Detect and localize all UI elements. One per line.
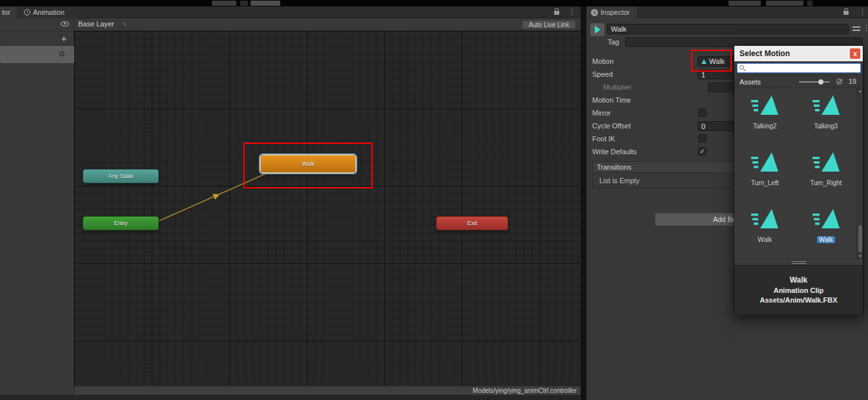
window-bottom-edge <box>0 395 581 400</box>
selected-asset-path: Assets/Anim/Walk.FBX <box>734 296 863 304</box>
mirror-checkbox[interactable] <box>698 108 707 117</box>
kebab-menu-icon[interactable]: ⋮ <box>863 24 868 32</box>
search-icon <box>739 65 744 70</box>
animation-clip-icon <box>812 149 840 175</box>
lock-icon[interactable] <box>554 11 559 15</box>
animator-graph[interactable]: Any State Walk Entry Exit <box>74 31 581 386</box>
motion-label: Motion <box>592 57 614 65</box>
lock-icon[interactable] <box>843 11 849 15</box>
motion-item-label: Turn_Right <box>808 179 843 186</box>
scroll-up-icon[interactable]: ▲ <box>857 89 863 93</box>
kebab-menu-icon[interactable]: ⋮ <box>859 8 866 16</box>
eye-icon[interactable] <box>61 21 69 26</box>
animation-clip-icon <box>812 206 840 232</box>
selected-asset-type: Animation Clip <box>734 286 863 294</box>
breadcrumb[interactable]: Base Layer <box>78 20 114 28</box>
popup-titlebar[interactable]: Select Motion x <box>734 46 863 61</box>
node-exit[interactable]: Exit <box>436 216 508 230</box>
transition-entry-to-walk[interactable] <box>154 171 272 223</box>
popup-resize-handle[interactable] <box>734 259 863 265</box>
window-tab-stub[interactable] <box>766 1 803 6</box>
sidebar-eye-row <box>0 18 74 31</box>
motion-item-walk[interactable]: Walk <box>734 202 796 259</box>
animation-clip-icon <box>701 59 707 64</box>
breadcrumb-chevron-icon: › <box>123 19 126 28</box>
tag-label: Tag <box>608 38 619 46</box>
motion-item-walk-selected[interactable]: Walk <box>796 202 857 259</box>
tab-animation[interactable]: Animation <box>19 6 76 18</box>
panel-divider[interactable] <box>581 6 586 400</box>
tab-animator-partial[interactable]: tor <box>0 6 17 18</box>
asset-grid: Talking2 Talking3 Turn_Left Turn_Right W… <box>734 88 863 259</box>
node-walk[interactable]: Walk <box>260 155 356 173</box>
animation-clip-icon <box>750 92 779 118</box>
icon-size-slider[interactable] <box>799 81 830 83</box>
write-defaults-label: Write Defaults <box>592 148 637 155</box>
asset-count: 19 <box>849 77 856 85</box>
mirror-label: Mirror <box>592 109 611 117</box>
grip-icon <box>792 263 806 264</box>
window-tab-stub[interactable] <box>728 1 761 6</box>
animator-toolbar: Base Layer › Auto Live Link <box>74 18 581 31</box>
motion-item-label-selected: Walk <box>817 236 835 243</box>
motion-item-talking2[interactable]: Talking2 <box>734 88 796 145</box>
motion-item-talking3[interactable]: Talking3 <box>796 88 857 145</box>
cycle-offset-label: Cycle Offset <box>592 122 631 130</box>
search-input[interactable] <box>737 63 861 73</box>
scroll-down-icon[interactable]: ▼ <box>857 254 863 258</box>
select-motion-window: Select Motion x Assets 19 Talking2 Talki… <box>734 45 863 314</box>
transition-arrow-icon <box>212 191 221 199</box>
foot-ik-checkbox[interactable] <box>698 134 707 143</box>
kebab-menu-icon[interactable]: ⋮ <box>568 8 575 16</box>
animation-clip-icon <box>812 92 840 118</box>
check-icon: ✓ <box>699 148 705 155</box>
popup-footer: Walk Animation Clip Assets/Anim/Walk.FBX <box>734 265 863 314</box>
node-entry[interactable]: Entry <box>83 216 159 230</box>
tab-inspector-label: Inspector <box>601 8 630 16</box>
node-any-state[interactable]: Any State <box>83 169 159 183</box>
slider-knob[interactable] <box>818 79 823 85</box>
motion-item-label: Talking3 <box>812 123 840 130</box>
write-defaults-checkbox[interactable]: ✓ <box>698 147 707 155</box>
window-tab-stub[interactable] <box>240 1 248 6</box>
window-tab-stub[interactable] <box>807 1 812 6</box>
popup-scrollbar[interactable]: ▲ ▼ <box>856 88 863 259</box>
selected-asset-name: Walk <box>734 266 863 285</box>
multiplier-label: Multiplier <box>603 83 632 91</box>
motion-item-turn-right[interactable]: Turn_Right <box>796 145 857 202</box>
gear-icon[interactable]: ⚙ <box>58 50 65 59</box>
popup-assets-row: Assets 19 <box>734 75 863 88</box>
popup-title: Select Motion <box>739 49 790 58</box>
layer-row[interactable]: ⚙ <box>0 46 74 63</box>
clock-icon <box>24 9 30 15</box>
inspector-tabbar: i Inspector ⋮ <box>586 6 868 18</box>
assets-tab[interactable]: Assets <box>739 78 761 86</box>
add-layer-button[interactable]: + <box>61 34 67 44</box>
controller-path: Models/ying/ying_animCtrl.controller <box>473 387 577 394</box>
motion-item-label: Walk <box>756 236 774 243</box>
speed-label: Speed <box>592 70 613 78</box>
auto-live-link-button[interactable]: Auto Live Link <box>522 20 576 29</box>
window-tab-stub[interactable] <box>212 1 236 6</box>
layers-sidebar: + ⚙ <box>0 18 74 395</box>
status-bar: Models/ying/ying_animCtrl.controller <box>74 386 581 395</box>
sidebar-add-row: + <box>0 31 74 46</box>
animation-clip-icon <box>750 149 779 175</box>
popup-search-row <box>734 61 863 75</box>
motion-value: Walk <box>709 57 725 65</box>
motion-item-label: Turn_Left <box>749 179 780 186</box>
motion-item-turn-left[interactable]: Turn_Left <box>734 145 796 202</box>
scrollbar-thumb[interactable] <box>858 225 862 252</box>
close-button[interactable]: x <box>850 48 860 59</box>
motion-item-label: Talking2 <box>751 123 779 130</box>
info-icon: i <box>591 9 598 16</box>
grip-icon <box>792 261 806 262</box>
tab-inspector[interactable]: i Inspector <box>586 6 637 18</box>
presets-icon[interactable] <box>852 26 860 32</box>
tab-animation-label: Animation <box>33 8 65 16</box>
transition-edges <box>74 31 581 386</box>
window-tab-stub[interactable] <box>251 1 280 6</box>
hidden-count-icon <box>836 79 842 85</box>
animation-clip-icon <box>750 206 779 232</box>
state-name-input[interactable] <box>607 24 849 34</box>
